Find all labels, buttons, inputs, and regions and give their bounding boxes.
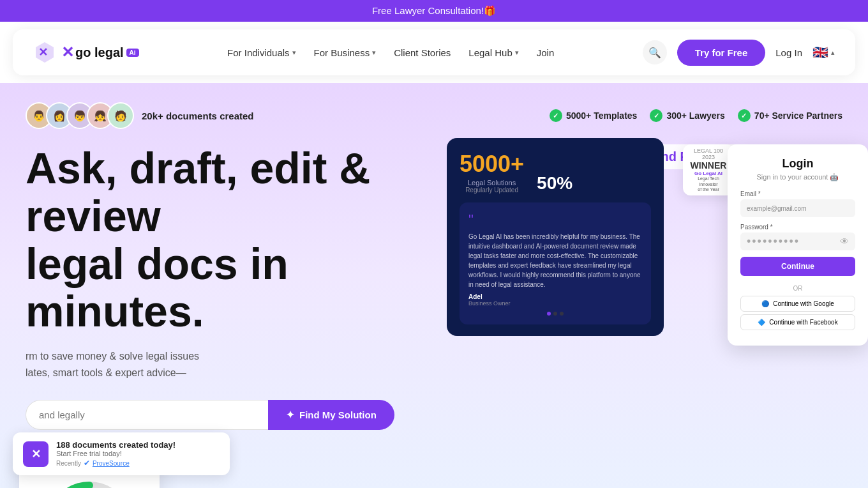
gauge-svg <box>45 476 134 488</box>
search-input-wrap <box>26 400 268 430</box>
check-icon: ✓ <box>738 109 751 122</box>
or-divider: OR <box>740 285 855 292</box>
check-icon: ✓ <box>650 109 662 122</box>
nav-right: 🔍 Try for Free Log In 🇬🇧 ▴ <box>643 40 835 66</box>
quote-icon: " <box>468 211 642 228</box>
logo-text: ✕ go legalAi <box>61 43 139 61</box>
banner-text: Free Lawyer Consultation!🎁 <box>372 5 496 16</box>
logo-icon: ✕ <box>33 41 56 64</box>
logo-area[interactable]: ✕ ✕ go legalAi <box>33 41 139 64</box>
provesource-logo: ✕ <box>23 441 49 467</box>
gb-flag-icon: 🇬🇧 <box>812 45 828 60</box>
search-button[interactable]: 🔍 <box>643 40 667 65</box>
try-free-button[interactable]: Try for Free <box>677 40 766 66</box>
dashboard-stats: 5000+ Legal Solutions Regularly Updated … <box>460 151 651 194</box>
nav-legal-hub[interactable]: Legal Hub ▾ <box>468 47 518 58</box>
partners-badge: ✓ 70+ Service Partners <box>738 109 842 122</box>
email-input-mock[interactable]: example@gmail.com <box>740 199 855 217</box>
password-label: Password * <box>740 224 855 231</box>
nav-client-stories[interactable]: Client Stories <box>394 47 451 58</box>
search-row: ✦ Find My Solution <box>26 400 434 430</box>
hero-heading: Ask, draft, edit & review legal docs in … <box>26 144 434 335</box>
eye-icon: 👁 <box>840 236 849 247</box>
login-link[interactable]: Log In <box>775 47 802 58</box>
winner-subtitle: Go Legal AI Legal Tech Innovator of the … <box>688 171 729 193</box>
logo-ai-badge: Ai <box>126 49 139 57</box>
testimonial-role: Business Owner <box>468 300 642 307</box>
navbar: ✕ ✕ go legalAi For Individuals ▾ For Bus… <box>13 29 855 75</box>
facebook-icon: 🔷 <box>758 319 765 326</box>
dashboard-card: 5000+ Legal Solutions Regularly Updated … <box>447 138 664 336</box>
top-banner: Free Lawyer Consultation!🎁 <box>0 0 868 22</box>
dot-1[interactable] <box>547 312 551 316</box>
chevron-down-icon: ▾ <box>372 49 376 57</box>
nav-for-business[interactable]: For Business ▾ <box>314 47 377 58</box>
hero-subtext: rm to save money & solve legal issueslat… <box>26 348 408 381</box>
email-label: Email * <box>740 190 855 197</box>
winner-text: WINNER <box>691 160 727 171</box>
check-icon: ✓ <box>550 109 562 122</box>
provesource-text: 188 documents created today! Start Free … <box>56 440 220 468</box>
language-selector[interactable]: 🇬🇧 ▴ <box>812 45 835 60</box>
winner-badge: LEGAL 1002023 WINNER Go Legal AI Legal T… <box>683 144 734 195</box>
user-avatars: 👨 👩 👦 👧 🧑 <box>26 102 134 129</box>
password-input-mock[interactable]: •••••••••• 👁 <box>740 233 855 250</box>
ps-main-text: 188 documents created today! <box>56 440 220 450</box>
find-solution-button[interactable]: ✦ Find My Solution <box>268 400 394 430</box>
legal-solutions-stat: 5000+ Legal Solutions Regularly Updated <box>460 151 524 194</box>
dot-3[interactable] <box>560 312 564 316</box>
facebook-login-button[interactable]: 🔷 Continue with Facebook <box>740 314 855 330</box>
chevron-down-icon: ▾ <box>292 49 296 57</box>
google-login-button[interactable]: 🔵 Continue with Google <box>740 296 855 312</box>
dot-2[interactable] <box>553 312 557 316</box>
badges-right: ✓ 5000+ Templates ✓ 300+ Lawyers ✓ 70+ S… <box>550 109 842 122</box>
ps-footer: Recently ✔ ProveSource <box>56 459 220 468</box>
hero-right: Enter your Email and Password 5000+ Lega… <box>447 144 842 488</box>
nav-join[interactable]: Join <box>537 47 555 58</box>
gauge-chart <box>29 476 149 488</box>
templates-badge: ✓ 5000+ Templates <box>550 109 637 122</box>
hero-section: 👨 👩 👦 👧 🧑 20k+ documents created ✓ 5000+… <box>0 83 868 488</box>
login-card: Login Sign in to your account 🤖 Email * … <box>728 144 868 346</box>
chevron-up-icon: ▴ <box>831 49 835 57</box>
google-icon: 🔵 <box>761 300 769 307</box>
chevron-down-icon: ▾ <box>515 49 519 57</box>
provesource-notification: ✕ 188 documents created today! Start Fre… <box>13 432 230 475</box>
avatar: 🧑 <box>107 102 134 129</box>
carousel-dots <box>468 312 642 316</box>
testimonial-author: Adel <box>468 293 642 300</box>
login-title: Login <box>740 157 855 171</box>
lawyers-badge: ✓ 300+ Lawyers <box>650 109 724 122</box>
testimonial-box: " Go Legal AI has been incredibly helpfu… <box>460 202 651 324</box>
ps-sub-text: Start Free trial today! <box>56 450 220 457</box>
docs-count: 20k+ documents created <box>142 111 254 121</box>
stats-row: 👨 👩 👦 👧 🧑 20k+ documents created ✓ 5000+… <box>26 102 842 129</box>
testimonial-text: Go Legal AI has been incredibly helpful … <box>468 232 642 289</box>
login-subtitle: Sign in to your account 🤖 <box>740 173 855 181</box>
nav-for-individuals[interactable]: For Individuals ▾ <box>227 47 296 58</box>
nav-links: For Individuals ▾ For Business ▾ Client … <box>227 47 554 58</box>
continue-button[interactable]: Continue <box>740 257 855 276</box>
provesource-badge-icon: ✔ <box>84 459 90 468</box>
fifty-percent-stat: 50% <box>537 173 572 194</box>
svg-text:✕: ✕ <box>38 46 48 59</box>
search-input[interactable] <box>39 409 255 420</box>
sparkle-icon: ✦ <box>286 409 294 421</box>
